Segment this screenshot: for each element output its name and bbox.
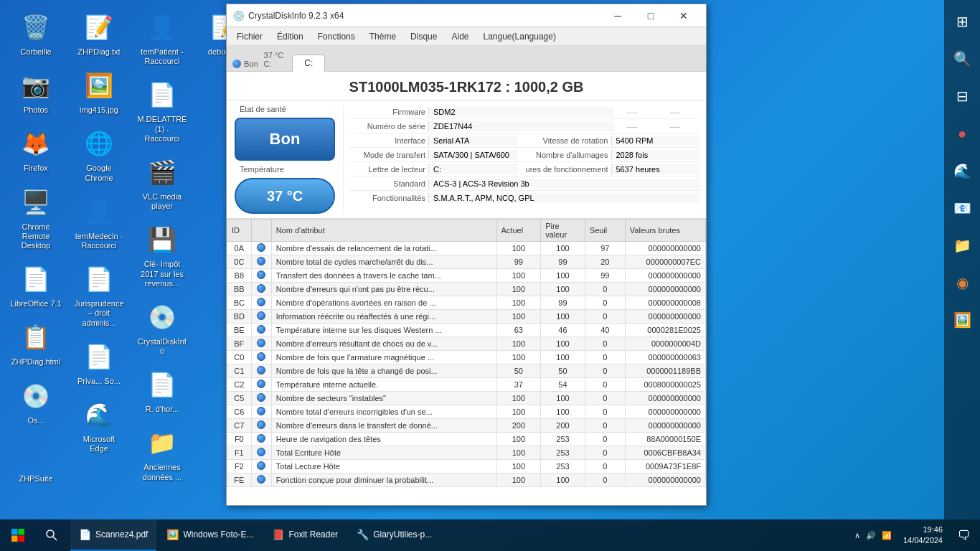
table-row[interactable]: BB Nombre d'erreurs qui n'ont pas pu êtr… [227,283,706,296]
icon-microsoft-edge[interactable]: 🌊 Microsoft Edge [70,395,128,456]
cell-worst: 253 [541,446,585,460]
icon-firefox[interactable]: 🦊 Firefox [7,123,65,176]
cell-id: BF [227,337,252,351]
status-dot [257,257,265,265]
status-dot [257,325,265,334]
icon-jurisprudence[interactable]: 📄 Jurisprudence – droit adminis... [70,259,128,331]
icon-mdelattre[interactable]: 📄 M.DELATTRE (1) - Raccourci [133,75,191,146]
cell-worst: 50 [541,364,585,378]
header-status [251,220,271,242]
table-row[interactable]: C7 Nombre d'erreurs dans le transfert de… [227,419,706,433]
icon-temmedecin[interactable]: 👤 temMedecin - Raccourci [70,192,128,253]
volume-icon[interactable]: 🔊 [866,531,876,540]
cell-name: Information réécrite ou réaffectés à une… [271,310,496,324]
taskbar-search-button[interactable] [36,519,67,551]
menu-fichier[interactable]: Fichier [230,30,270,43]
icon-priva[interactable]: 📄 Priva... So... [70,336,128,389]
table-row[interactable]: B8 Transfert des données à travers le ca… [227,269,706,283]
smart-table-container[interactable]: ID Nom d'attribut Actuel Pire valeur Seu… [227,219,706,505]
table-row[interactable]: BD Information réécrite ou réaffectés à … [227,310,706,324]
table-row[interactable]: C0 Nombre de fois que l'armature magnéti… [227,351,706,364]
crystaldiskinfo-icon: 💿 [145,300,179,334]
osx-label: Os... [27,416,44,425]
notification-button[interactable]: 🗨 [948,519,980,551]
table-row[interactable]: FE Fonction conçue pour diminuer la prob… [227,474,706,487]
temmedecin-icon: 👤 [82,194,116,229]
maximize-button[interactable]: □ [634,4,667,27]
minimize-button[interactable]: ─ [601,4,634,27]
icon-chrome-remote[interactable]: 🖥️ Chrome Remote Desktop [7,182,65,254]
table-row[interactable]: F0 Heure de navigation des têtes 100 253… [227,433,706,446]
table-row[interactable]: C1 Nombre de fois que la tête a changé d… [227,364,706,378]
icon-anciennes[interactable]: 📁 Anciennes données ... [133,423,191,484]
cell-status [251,296,271,310]
start-icon[interactable]: ⊞ [948,7,976,36]
folder-panel-icon[interactable]: 📁 [948,231,976,260]
cell-thresh: 97 [585,242,625,255]
close-button[interactable]: ✕ [667,4,700,27]
taskbar-item-foxit[interactable]: 📕 Foxit Reader [263,519,347,551]
table-row[interactable]: BE Température interne sur les disques W… [227,324,706,337]
table-row[interactable]: F2 Total Lecture Hôte 100 253 0 0009A73F… [227,460,706,474]
menu-disque[interactable]: Disque [403,30,444,43]
icon-rdhor[interactable]: 📄 R. d'hor... [133,364,191,417]
table-row[interactable]: C2 Température interne actuelle. 37 54 0… [227,378,706,392]
icon-google-chrome[interactable]: 🌐 Google Chrome [70,123,128,185]
table-row[interactable]: 0A Nombre d'essais de relancement de la … [227,242,706,255]
cell-thresh: 0 [585,392,625,405]
icon-vlc[interactable]: 🎬 VLC media player [133,152,191,214]
taskbar-item-scanner[interactable]: 📄 Scannez4.pdf [70,519,156,551]
network-icon[interactable]: 📶 [882,531,892,540]
taskbar-clock[interactable]: 19:46 14/04/2024 [897,524,948,547]
table-row[interactable]: BF Nombre d'erreurs résultant de chocs o… [227,337,706,351]
menu-langue[interactable]: Langue(Language) [476,30,563,43]
table-row[interactable]: C5 Nombre de secteurs "instables" 100 10… [227,392,706,405]
cell-id: 0A [227,242,252,255]
cell-thresh: 0 [585,378,625,392]
cell-thresh: 0 [585,433,625,446]
interface-label: Interface [349,136,428,146]
cell-id: BC [227,296,252,310]
table-row[interactable]: BC Nombre d'opérations avortées en raiso… [227,296,706,310]
icon-photos[interactable]: 📷 Photos [7,65,65,118]
window-menubar: Fichier Édition Fonctions Thème Disque A… [227,27,706,46]
taskview-icon[interactable]: ⊟ [948,82,976,110]
icon-zhpsuite[interactable]: 👤 ZHPSuite [7,434,65,486]
icon-corbeille[interactable]: 🗑️ Corbeille [7,7,65,60]
menu-theme[interactable]: Thème [362,30,403,43]
driveletter-value: C: [428,164,518,174]
windows-foto-icon: 🖼️ [166,529,179,540]
taskbar-item-glary[interactable]: 🔧 GlaryUtilies-p... [348,519,440,551]
menu-fonctions[interactable]: Fonctions [311,30,362,43]
menu-aide[interactable]: Aide [444,30,476,43]
icon-zhpdiag-html[interactable]: 📋 ZHPDiag.html [7,317,65,369]
icon-libreoffice[interactable]: 📄 LibreOffice 7.1 [7,259,65,311]
anciennes-icon: 📁 [145,425,179,460]
search-panel-icon[interactable]: 🔍 [948,44,976,73]
orange-icon[interactable]: ◉ [948,268,976,297]
mail-icon[interactable]: 📧 [948,194,976,222]
icon-crystaldiskinfo[interactable]: 💿 CrystalDiskInfo [133,297,191,359]
corbeille-label: Corbeille [20,47,51,57]
icon-osx[interactable]: 💿 Os... [7,376,65,428]
drive-tab-c[interactable]: C: [292,55,325,72]
photo-panel-icon[interactable]: 🖼️ [948,306,976,334]
table-row[interactable]: F1 Total Ecriture Hôte 100 253 0 0006CBF… [227,446,706,460]
cell-name: Nombre d'erreurs dans le transfert de do… [271,419,496,433]
taskbar-item-windows-foto[interactable]: 🖼️ Windows Foto-E... [158,519,262,551]
start-button[interactable] [0,519,36,551]
edge-panel-icon[interactable]: 🌊 [948,156,976,185]
firmware-label: Firmware [349,107,428,117]
tray-chevron[interactable]: ∧ [854,531,860,540]
icon-img415[interactable]: 🖼️ img415.jpg [70,65,128,118]
icon-zhpdiag-txt[interactable]: 📝 ZHPDiag.txt [70,7,128,60]
icon-cle-impot[interactable]: 💾 Clé- Impôt 2017 sur les revenus... [133,220,191,291]
cell-id: C7 [227,419,252,433]
table-row[interactable]: 0C Nombre total de cycles marche/arrêt d… [227,255,706,269]
desktop: 🗑️ Corbeille 📷 Photos 🦊 Firefox 🖥️ Chrom… [0,0,980,551]
menu-edition[interactable]: Édition [270,30,311,43]
img415-icon: 🖼️ [82,68,116,103]
table-row[interactable]: C6 Nombre total d'erreurs incorrigibles … [227,405,706,419]
red-icon[interactable]: ● [948,119,976,148]
icon-tempatient[interactable]: 👤 temPatient - Raccourci [133,7,191,69]
